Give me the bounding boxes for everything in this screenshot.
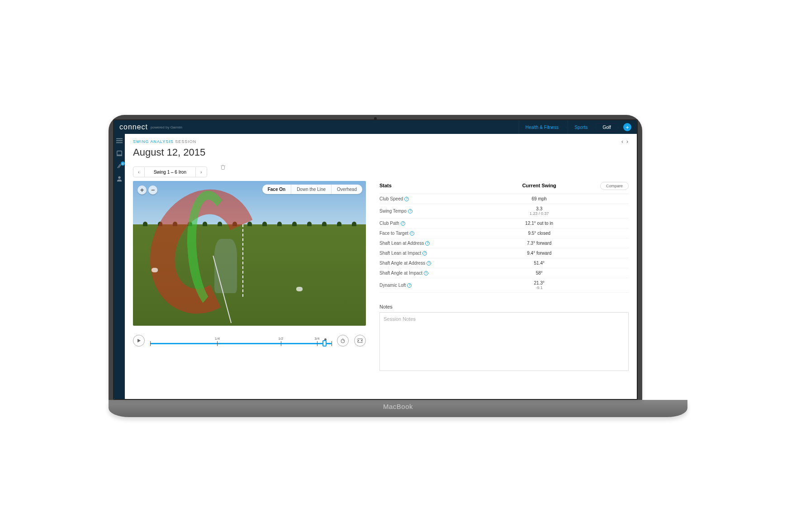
stat-value: 58° [486,271,593,276]
svg-rect-2 [116,142,123,143]
stat-value: 9.4° forward [486,251,593,256]
nav-golf[interactable]: Golf [597,123,616,132]
tab-down-the-line[interactable]: Down the Line [291,185,331,194]
stat-label: Dynamic Loft? [379,280,486,290]
stat-label: Shaft Angle at Address? [379,261,486,266]
swing-nav: ‹ Swing 1 – 6 Iron › [133,166,207,177]
info-icon[interactable]: ? [426,261,431,266]
timeline-slider[interactable]: 1/4 1/2 3/4 [150,337,332,344]
topbar: connect powered by Garmin Health & Fitne… [114,120,637,134]
logo-tagline: powered by Garmin [151,125,182,129]
svg-rect-3 [117,151,122,155]
tab-overhead[interactable]: Overhead [331,185,362,194]
nav-health-fitness[interactable]: Health & Fitness [519,120,565,134]
current-swing-header: Current Swing [486,183,593,188]
app-body: 0 SWING ANALYSIS SESSION ‹ › Augus [114,134,637,399]
stat-label: Shaft Lean at Impact? [379,251,486,256]
notes-label: Notes [379,304,629,309]
stat-row: Club Path?12.1° out to in [379,218,629,228]
nav-sports[interactable]: Sports [568,120,594,134]
pager: ‹ › [621,138,629,145]
info-icon[interactable]: ? [404,197,409,201]
stat-value: 12.1° out to in [486,221,593,226]
add-button[interactable]: + [623,123,631,131]
breadcrumb-category[interactable]: SWING ANALYSIS [133,139,174,144]
stats-header: Stats Current Swing Compare [379,181,629,194]
timeline: 1/4 1/2 3/4 [133,335,366,347]
topnav: Health & Fitness · Sports · Golf · + [519,120,631,134]
tick-label: 1/4 [215,337,220,341]
compare-button[interactable]: Compare [600,182,629,190]
swing-arc [152,188,268,318]
menu-icon[interactable] [116,138,123,144]
stat-label: Club Path? [379,221,486,226]
stat-label: Swing Tempo? [379,206,486,216]
breadcrumb-session: SESSION [174,139,197,144]
profile-icon[interactable] [116,176,123,182]
view-tabs: Face On Down the Line Overhead [262,185,362,194]
stat-label: Shaft Lean at Address? [379,241,486,246]
stat-row: Shaft Lean at Impact?9.4° forward [379,248,629,258]
info-icon[interactable]: ? [425,241,430,246]
info-icon[interactable]: ? [424,271,428,276]
info-icon[interactable]: ? [401,221,405,226]
stat-value: 51.4° [486,261,593,266]
stat-row: Shaft Angle at Impact?58° [379,268,629,278]
zoom-in-button[interactable]: + [137,185,147,195]
nav-sep-icon: · [618,125,619,129]
logo: connect [119,123,148,131]
stat-row: Club Speed?69 mph [379,194,629,204]
stat-row: Swing Tempo?3.31.23 / 0.37 [379,204,629,218]
sidebar: 0 [114,134,125,399]
trash-icon[interactable] [221,165,225,171]
info-icon[interactable]: ? [407,283,412,288]
stats-header-label: Stats [379,183,486,188]
plus-icon: + [625,124,629,131]
nav-sep-icon: · [595,125,596,129]
laptop-base: MacBook [109,400,687,417]
svg-marker-15 [361,340,362,341]
prev-session-button[interactable]: ‹ [621,138,624,145]
stat-value: 9.5° closed [486,231,593,236]
svg-rect-0 [116,138,123,139]
loop-button[interactable] [354,335,366,347]
info-icon[interactable]: ? [422,251,427,256]
laptop-frame: connect powered by Garmin Health & Fitne… [109,115,642,400]
info-icon[interactable]: ? [408,209,412,214]
info-icon[interactable]: ? [410,231,414,236]
svg-marker-11 [137,339,141,342]
next-swing-button[interactable]: › [196,167,207,177]
app-screen: connect powered by Garmin Health & Fitne… [113,119,638,400]
viz-column: + − Face On Down the Line Overhead [133,181,366,373]
stat-value: 7.3° forward [486,241,593,246]
next-session-button[interactable]: › [626,138,629,145]
stat-label: Club Speed? [379,196,486,201]
svg-rect-1 [116,140,123,141]
stat-row: Face to Target?9.5° closed [379,228,629,238]
stats-rows: Club Speed?69 mphSwing Tempo?3.31.23 / 0… [379,194,629,293]
swing-icon[interactable]: 0 [116,163,123,169]
tab-face-on[interactable]: Face On [262,185,291,194]
svg-line-13 [343,340,344,341]
speed-button[interactable] [337,335,349,347]
main-row: + − Face On Down the Line Overhead [133,181,629,373]
svg-point-7 [118,176,120,179]
tick-label: 3/4 [314,337,319,341]
stat-row: Shaft Lean at Address?7.3° forward [379,238,629,248]
play-button[interactable] [133,335,145,347]
notes-section: Notes [379,304,629,373]
swing-3d-view[interactable]: + − Face On Down the Line Overhead [133,181,366,326]
camera-icon [374,117,377,120]
stat-value: 21.3°-9.1 [486,280,593,290]
stat-value: 3.31.23 / 0.37 [486,206,593,216]
tick-label: 1/2 [278,337,283,341]
badge: 0 [121,162,125,166]
notes-textarea[interactable] [379,312,629,371]
slider-handle[interactable] [322,340,327,347]
prev-swing-button[interactable]: ‹ [133,167,144,177]
stat-row: Dynamic Loft?21.3°-9.1 [379,278,629,293]
laptop-brand: MacBook [383,403,413,410]
device-icon[interactable] [116,150,123,157]
zoom-out-button[interactable]: − [148,185,157,195]
zoom-controls: + − [137,185,157,195]
